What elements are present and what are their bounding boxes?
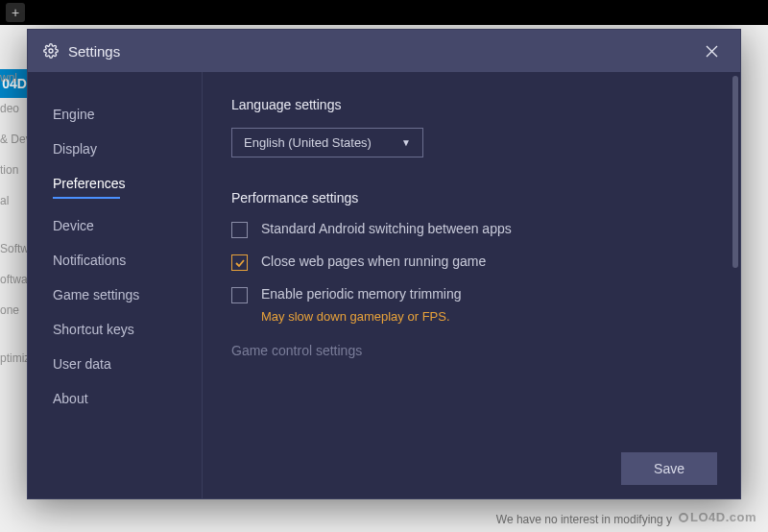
checkbox-label: Standard Android switching between apps: [261, 221, 512, 236]
sidebar-item-label: Shortcut keys: [53, 322, 134, 337]
sidebar-item-label: Display: [53, 141, 97, 157]
close-icon: [706, 45, 718, 58]
performance-hint: May slow down gameplay or FPS.: [261, 309, 711, 324]
checkbox-label: Close web pages when running game: [261, 254, 486, 269]
modal-header: Settings: [28, 30, 740, 72]
new-tab-button[interactable]: +: [6, 3, 25, 22]
checkbox-memory-trimming[interactable]: Enable periodic memory trimming: [231, 286, 711, 303]
sidebar-item-shortcut-keys[interactable]: Shortcut keys: [53, 312, 202, 347]
sidebar-item-label: Device: [53, 218, 94, 233]
checkbox-label: Enable periodic memory trimming: [261, 286, 462, 302]
save-button[interactable]: Save: [621, 452, 717, 485]
sidebar-item-label: Game settings: [53, 287, 139, 302]
sidebar-item-label: Preferences: [53, 176, 125, 191]
sidebar-item-user-data[interactable]: User data: [53, 347, 202, 381]
sidebar-item-about[interactable]: About: [53, 381, 202, 416]
settings-content: Language settings English (United States…: [203, 72, 740, 498]
sidebar-item-engine[interactable]: Engine: [53, 97, 202, 132]
background-footer-text: We have no interest in modifying y: [496, 513, 672, 526]
sidebar-item-preferences[interactable]: Preferences: [53, 166, 202, 208]
gear-icon: [43, 43, 59, 59]
language-selected-value: English (United States): [244, 135, 372, 150]
watermark-text: LO4D.com: [690, 510, 756, 524]
sidebar-item-label: User data: [53, 356, 111, 372]
checkbox-standard-android[interactable]: Standard Android switching between apps: [231, 221, 711, 238]
close-button[interactable]: [698, 37, 725, 64]
language-select[interactable]: English (United States) ▼: [231, 128, 423, 157]
sidebar-item-label: Engine: [53, 107, 95, 122]
checkbox-icon: [231, 222, 248, 238]
sidebar-item-display[interactable]: Display: [53, 132, 202, 166]
game-control-section-title: Game control settings: [231, 343, 711, 358]
sidebar-item-game-settings[interactable]: Game settings: [53, 278, 202, 312]
language-section-title: Language settings: [231, 97, 711, 112]
checkbox-close-web-pages[interactable]: Close web pages when running game: [231, 254, 711, 271]
svg-point-0: [49, 49, 53, 53]
modal-title: Settings: [68, 43, 698, 60]
modal-footer: Save: [621, 452, 717, 485]
sidebar-item-device[interactable]: Device: [53, 208, 202, 243]
watermark: LO4D.com: [679, 510, 756, 524]
settings-modal: Settings Engine Display Preferences Devi…: [27, 29, 741, 499]
app-topbar: +: [0, 0, 768, 25]
performance-section-title: Performance settings: [231, 190, 711, 206]
modal-body: Engine Display Preferences Device Notifi…: [28, 72, 740, 498]
checkbox-icon: [231, 287, 248, 303]
content-scrollbar[interactable]: [732, 76, 738, 268]
checkbox-icon: [231, 254, 248, 271]
sidebar-item-notifications[interactable]: Notifications: [53, 243, 202, 278]
sidebar-item-label: About: [53, 391, 88, 406]
chevron-down-icon: ▼: [401, 137, 411, 148]
settings-sidebar: Engine Display Preferences Device Notifi…: [28, 72, 203, 498]
watermark-icon: [679, 513, 688, 522]
sidebar-item-label: Notifications: [53, 253, 126, 268]
